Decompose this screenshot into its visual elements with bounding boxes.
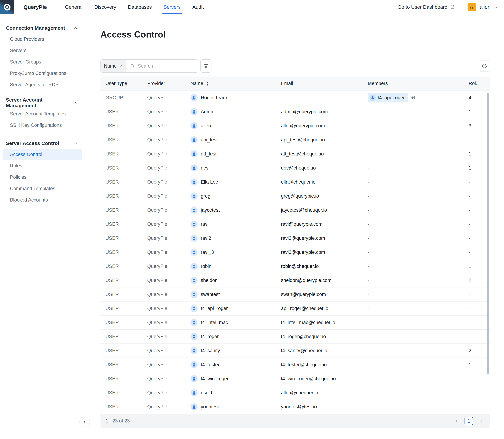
sidebar-item-server-account-templates[interactable]: Server Account Templates <box>0 108 85 120</box>
members-empty: - <box>368 362 369 367</box>
table-row[interactable]: USER QueryPie allen allen@querypie.com -… <box>100 119 490 133</box>
avatar[interactable] <box>468 3 476 11</box>
table-row[interactable]: USER QueryPie user1 allen@chequer.io - - <box>100 386 490 400</box>
members-empty: - <box>368 193 369 199</box>
brand-divider <box>57 3 57 11</box>
sidebar-item-cloud-providers[interactable]: Cloud Providers <box>0 34 85 45</box>
cell-members: - <box>363 207 464 213</box>
person-icon <box>192 404 196 409</box>
user-avatar <box>191 108 198 115</box>
sidebar-item-server-groups[interactable]: Server Groups <box>0 56 85 68</box>
page-number-button[interactable]: 1 <box>465 417 473 425</box>
name-label: ravi2 <box>201 235 211 241</box>
table-row[interactable]: USER QueryPie t4_win_roger t4_win_roger@… <box>100 372 490 386</box>
tab-audit[interactable]: Audit <box>192 0 204 14</box>
cell-email: t4_sanity@chequer.io <box>276 348 363 354</box>
sidebar-collapse-button[interactable] <box>80 417 90 427</box>
column-header-roles[interactable]: Rol... <box>464 81 486 86</box>
table-row[interactable]: USER QueryPie robin robin@chequer.io - 1 <box>100 259 490 273</box>
sort-icon[interactable] <box>206 81 209 86</box>
cell-members: - <box>363 376 464 381</box>
previous-page-icon[interactable] <box>455 419 459 423</box>
tab-general[interactable]: General <box>65 0 83 14</box>
cell-name: jaycetest <box>185 207 276 214</box>
members-empty: - <box>368 165 369 171</box>
cell-user-type: USER <box>100 264 142 269</box>
search-input[interactable] <box>137 63 196 69</box>
person-icon <box>192 292 196 297</box>
cell-name: t4_win_roger <box>185 375 276 382</box>
search-field-select[interactable]: Name <box>101 60 126 73</box>
member-chip[interactable]: t4_api_roger <box>368 93 408 102</box>
table-row[interactable]: USER QueryPie t4_sanity t4_sanity@cheque… <box>100 344 490 358</box>
table-row[interactable]: USER QueryPie att_test att_test@chequer.… <box>100 147 490 161</box>
table-row[interactable]: USER QueryPie ravi ravi@querypie.com - - <box>100 217 490 231</box>
cell-provider: QueryPie <box>142 235 185 241</box>
filter-button[interactable] <box>200 60 211 73</box>
column-header-email[interactable]: Email <box>276 81 363 86</box>
cell-email: api_test@chequer.io <box>276 137 363 143</box>
members-empty: - <box>368 221 369 227</box>
table-row[interactable]: USER QueryPie t4_intel_mac t4_intel_mac@… <box>100 316 490 329</box>
table-row[interactable]: USER QueryPie greg greg@querypie.io - - <box>100 189 490 203</box>
next-page-icon[interactable] <box>478 419 483 423</box>
sidebar-section-connection-management: Connection ManagementCloud ProvidersServ… <box>0 23 85 90</box>
user-avatar <box>191 347 198 354</box>
cell-provider: QueryPie <box>142 404 185 410</box>
table-row[interactable]: USER QueryPie yoontest yoontest@test.io … <box>100 400 490 414</box>
sidebar-item-servers[interactable]: Servers <box>0 45 85 56</box>
table-row[interactable]: USER QueryPie dev dev@chequer.io - 1 <box>100 161 490 175</box>
column-header-provider[interactable]: Provider <box>142 81 185 86</box>
cell-email: - <box>276 95 363 100</box>
chevron-down-icon[interactable] <box>494 5 499 10</box>
sidebar-section-header-server-account-management[interactable]: Server Account Management <box>0 98 85 108</box>
sidebar-item-access-control[interactable]: Access Control <box>3 149 82 160</box>
topbar-right: Go to User Dashboard allen <box>393 2 504 12</box>
column-header-name[interactable]: Name <box>185 81 276 86</box>
table-row[interactable]: USER QueryPie Ella Lee ella@chequer.io -… <box>100 175 490 189</box>
table-row[interactable]: USER QueryPie jaycetest jaycetest@cheuqe… <box>100 203 490 217</box>
cell-members: - <box>363 137 464 143</box>
sidebar-item-policies[interactable]: Policies <box>0 171 85 183</box>
tab-databases[interactable]: Databases <box>128 0 152 14</box>
table-row[interactable]: USER QueryPie ravi2 ravi2@querypie.com -… <box>100 231 490 245</box>
column-header-user-type[interactable]: User Type <box>100 81 142 86</box>
table-row[interactable]: USER QueryPie ravi_3 ravi3@querypie.com … <box>100 245 490 259</box>
cell-members: - <box>363 109 464 115</box>
refresh-button[interactable] <box>479 60 490 72</box>
table-row[interactable]: USER QueryPie api_test api_test@chequer.… <box>100 133 490 147</box>
members-empty: - <box>368 348 369 354</box>
table-row[interactable]: USER QueryPie t4_roger t4_roger@chequer.… <box>100 329 490 344</box>
sidebar-item-ssh-key-configurations[interactable]: SSH Key Configurations <box>0 120 85 131</box>
cell-user-type: USER <box>100 235 142 241</box>
table-row[interactable]: USER QueryPie sheldon sheldon@querypie.c… <box>100 273 490 287</box>
sidebar-item-server-agents-for-rdp[interactable]: Server Agents for RDP <box>0 79 85 90</box>
tab-servers[interactable]: Servers <box>163 0 180 14</box>
go-to-user-dashboard-button[interactable]: Go to User Dashboard <box>393 2 459 12</box>
tab-discovery[interactable]: Discovery <box>94 0 116 14</box>
vertical-scrollbar[interactable] <box>487 93 489 374</box>
table-row[interactable]: USER QueryPie Admin admin@querypie.com -… <box>100 105 490 119</box>
sidebar-item-proxyjump-configurations[interactable]: ProxyJump Configurations <box>0 68 85 79</box>
member-more-count[interactable]: +5 <box>411 95 417 100</box>
sidebar-section-header-connection-management[interactable]: Connection Management <box>0 23 85 34</box>
members-empty: - <box>368 179 369 185</box>
sidebar-item-blocked-accounts[interactable]: Blocked Accounts <box>0 194 85 206</box>
cell-members: - <box>363 362 464 367</box>
sidebar-item-command-templates[interactable]: Command Templates <box>0 183 85 194</box>
name-label: ravi_3 <box>201 250 214 255</box>
user-avatar <box>191 375 198 382</box>
person-icon <box>192 264 196 268</box>
cell-name: Ella Lee <box>185 178 276 185</box>
sidebar-section-header-server-access-control[interactable]: Server Access Control <box>0 138 85 149</box>
table-row[interactable]: GROUP QueryPie Roger Team - t4_api_roger… <box>100 91 490 105</box>
cell-provider: QueryPie <box>142 165 185 171</box>
name-label: t4_api_roger <box>201 306 228 311</box>
sidebar-item-roles[interactable]: Roles <box>0 160 85 171</box>
table-row[interactable]: USER QueryPie swantest swan@querypie.com… <box>100 287 490 302</box>
cell-email: t4_intel_mac@chequer.io <box>276 320 363 325</box>
column-header-members[interactable]: Members <box>363 81 464 86</box>
table-row[interactable]: USER QueryPie t4_api_roger api_roger@che… <box>100 302 490 316</box>
table-row[interactable]: USER QueryPie t4_tester t4_tester@cheque… <box>100 358 490 372</box>
cell-user-type: USER <box>100 278 142 283</box>
